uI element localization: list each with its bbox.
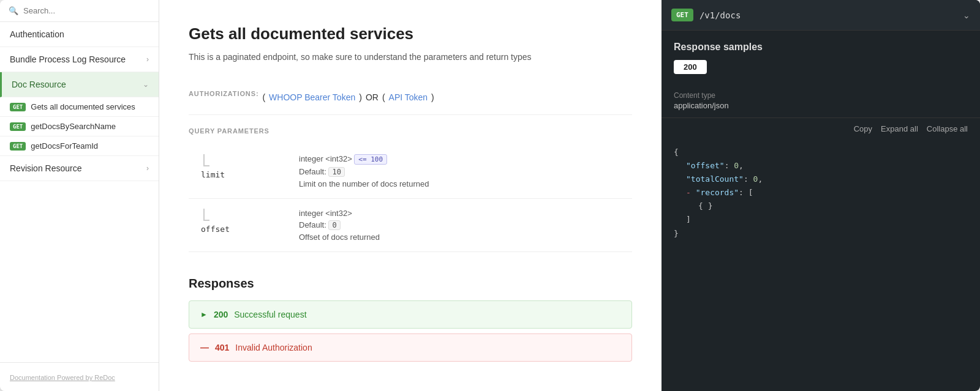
auth-open-paren2: ( — [382, 92, 385, 102]
whoop-bearer-link[interactable]: WHOOP Bearer Token — [269, 92, 355, 102]
auth-close-paren: ) — [359, 92, 362, 102]
dash-icon: — — [200, 343, 209, 352]
response-label-401: Invalid Authorization — [235, 343, 312, 352]
chevron-down-icon: ⌄ — [963, 10, 970, 20]
sidebar-sub-item-label: getDocsBySearchName — [31, 122, 116, 131]
sidebar-sub-item-label: Gets all documented services — [31, 102, 135, 111]
main-content: Gets all documented services This is a p… — [159, 0, 662, 391]
sidebar-item-label: Bundle Process Log Resource — [10, 54, 126, 64]
param-details: integer <int32> <= 100 Default: 10 Limit… — [299, 154, 632, 188]
auth-or: OR — [366, 92, 379, 102]
right-panel: GET /v1/docs ⌄ Response samples 200 Cont… — [662, 0, 980, 391]
param-type: integer <int32> — [299, 209, 632, 218]
content-type-label: Content type — [674, 91, 968, 100]
responses-section: Responses ► 200 Successful request — 401… — [189, 277, 632, 362]
query-params-label: QUERY PARAMETERS — [189, 127, 632, 135]
content-type-value: application/json — [674, 101, 968, 110]
sidebar-item-doc-resource[interactable]: Doc Resource ⌄ — [0, 72, 159, 97]
content-type-section: Content type application/json — [662, 84, 980, 118]
search-bar[interactable]: 🔍 — [0, 0, 159, 22]
expand-all-button[interactable]: Expand all — [881, 124, 918, 133]
param-type: integer <int32> <= 100 — [299, 154, 632, 165]
sidebar-item-label: Doc Resource — [12, 80, 66, 89]
param-name: offset — [201, 225, 230, 234]
param-limit: limit integer <int32> <= 100 Default: 10… — [189, 144, 632, 199]
search-icon: 🔍 — [9, 6, 18, 15]
param-details: integer <int32> Default: 0 Offset of doc… — [299, 209, 632, 242]
param-default: Default: 10 — [299, 167, 632, 177]
auth-section: AUTHORIZATIONS: ( WHOOP Bearer Token ) O… — [189, 80, 632, 115]
redoc-link[interactable]: Documentation Powered by ReDoc — [10, 374, 115, 381]
endpoint-description: This is a paginated endpoint, so make su… — [189, 52, 632, 62]
collapse-all-button[interactable]: Collapse all — [927, 124, 968, 133]
response-code-200: 200 — [214, 310, 228, 319]
auth-open-paren: ( — [262, 92, 265, 102]
sidebar-sub-item-label: getDocsForTeamId — [31, 141, 98, 151]
status-tabs: 200 — [662, 60, 980, 84]
search-input[interactable] — [23, 6, 150, 15]
api-token-link[interactable]: API Token — [389, 92, 428, 102]
sidebar-sub-item-get-docs-for-team[interactable]: GET getDocsForTeamId — [0, 136, 159, 156]
endpoint-path: /v1/docs — [699, 10, 963, 20]
get-badge: GET — [10, 142, 26, 151]
param-name-col: offset — [189, 209, 299, 242]
sidebar: 🔍 Authentication Bundle Process Log Reso… — [0, 0, 159, 391]
endpoint-title: Gets all documented services — [189, 24, 632, 43]
sidebar-item-bundle-process[interactable]: Bundle Process Log Resource › — [0, 47, 159, 72]
param-default: Default: 0 — [299, 220, 632, 230]
code-block: { "offset": 0, "totalCount": 0, - "recor… — [662, 140, 980, 253]
status-tab-200[interactable]: 200 — [674, 60, 707, 74]
response-samples-title: Response samples — [674, 42, 763, 52]
response-code-401: 401 — [215, 343, 229, 352]
auth-label: AUTHORIZATIONS: — [189, 90, 258, 97]
chevron-right-icon: › — [146, 55, 149, 64]
responses-title: Responses — [189, 277, 632, 291]
param-constraint: <= 100 — [354, 154, 387, 165]
sidebar-footer: Documentation Powered by ReDoc — [0, 362, 159, 391]
response-samples-header: Response samples — [662, 31, 980, 60]
chevron-down-icon: ⌄ — [143, 80, 149, 89]
app-wrapper: 🔍 Authentication Bundle Process Log Reso… — [0, 0, 980, 391]
response-401-row[interactable]: — 401 Invalid Authorization — [189, 333, 632, 362]
sidebar-item-authentication[interactable]: Authentication — [0, 22, 159, 47]
sidebar-item-label: Revision Resource — [10, 163, 82, 173]
sidebar-sub-item-get-all-docs[interactable]: GET Gets all documented services — [0, 97, 159, 117]
param-desc: Limit on the number of docs returned — [299, 179, 632, 188]
response-200-row[interactable]: ► 200 Successful request — [189, 300, 632, 329]
get-badge-large: GET — [671, 9, 693, 21]
chevron-right-icon: ► — [200, 310, 208, 319]
sidebar-sub-item-get-docs-by-search[interactable]: GET getDocsBySearchName — [0, 117, 159, 136]
code-actions: Copy Expand all Collapse all — [662, 118, 980, 140]
get-badge: GET — [10, 122, 26, 131]
param-name-col: limit — [189, 154, 299, 188]
auth-close-paren2: ) — [431, 92, 434, 102]
response-label-200: Successful request — [234, 310, 306, 319]
query-params-section: QUERY PARAMETERS limit integer <int32> <… — [189, 127, 632, 252]
chevron-right-icon: › — [146, 164, 149, 173]
param-default-val: 0 — [328, 220, 340, 230]
copy-button[interactable]: Copy — [854, 124, 872, 133]
endpoint-selector[interactable]: GET /v1/docs ⌄ — [662, 0, 980, 31]
param-default-val: 10 — [328, 167, 344, 177]
param-desc: Offset of docs returned — [299, 233, 632, 242]
get-badge: GET — [10, 103, 26, 111]
sidebar-item-revision-resource[interactable]: Revision Resource › — [0, 156, 159, 181]
param-offset: offset integer <int32> Default: 0 Offset… — [189, 199, 632, 252]
param-name: limit — [201, 170, 225, 179]
sidebar-item-label: Authentication — [10, 29, 64, 39]
